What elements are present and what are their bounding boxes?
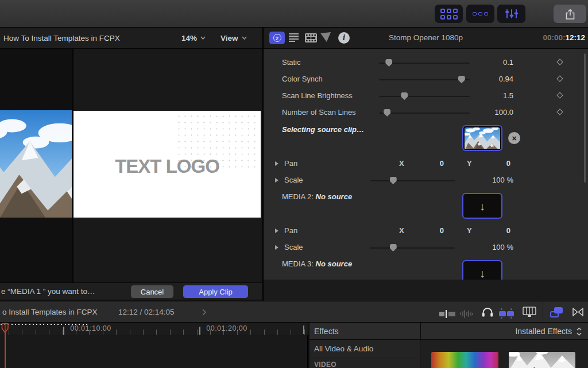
keyframe-icon[interactable] [556,109,563,115]
parameter-value[interactable]: 100.0 [453,108,513,117]
inspector-panel: Waviness 10.0 Static 0.1 Color Synch 0.9… [263,49,588,280]
slider-thumb[interactable] [390,244,397,251]
y-axis-label: Y [467,226,472,235]
parameter-value: 10.0 [453,49,513,50]
media3-drop-well[interactable]: ↓ [462,260,502,280]
scale-value[interactable]: 100 % [467,176,513,184]
timeline-scrollbar[interactable] [303,326,304,334]
timeline-index-button[interactable] [466,5,494,23]
media2-label: MEDIA 2: No source [282,192,352,201]
pan-y-value[interactable]: 0 [483,159,510,168]
effects-divider [420,323,421,340]
slider-thumb[interactable] [384,109,390,117]
slider-track[interactable] [370,247,455,249]
video-frame[interactable]: TEXT LOGO [74,111,261,218]
slider-track[interactable] [370,180,455,181]
solo-headphones-icon[interactable] [481,307,494,317]
slider-thumb[interactable] [385,59,392,67]
view-menu[interactable]: View [220,34,247,42]
parameter-value[interactable]: 1.5 [453,91,513,100]
disclosure-triangle-icon[interactable] [275,245,278,250]
pan-x-value[interactable]: 0 [416,226,444,235]
browser-view-button[interactable] [435,5,463,23]
pan-x-value[interactable]: 0 [416,159,444,168]
effect-thumbnail-bw[interactable] [509,352,575,368]
slider-thumb[interactable] [401,92,408,100]
selecting-source-label: Selecting source clip… [282,125,364,134]
slider-thumb[interactable] [390,177,397,184]
x-axis-label: X [399,159,404,168]
media1-thumbnail [465,127,500,149]
inspector-clip-title: Stomp Opener 1080p [264,33,588,42]
selecting-source-row: Selecting source clip… [264,124,588,137]
keyframe-icon[interactable] [556,75,563,82]
effects-title: Effects [314,327,339,336]
disclosure-triangle-icon[interactable] [275,178,278,183]
sidebar-item-all-video-audio[interactable]: All Video & Audio [314,344,373,353]
snapping-icon[interactable] [498,308,515,319]
parameter-label: Static [282,58,301,67]
down-arrow-icon: ↓ [479,268,485,279]
browser-clip-filmstrip[interactable] [0,110,72,218]
inspector-sliders-icon [505,8,519,20]
parameter-row-number-of-scan-lines: Number of Scan Lines 100.0 [264,107,588,119]
clear-source-button[interactable]: × [508,132,520,144]
range-selection-dots [1,324,88,325]
media2-row: MEDIA 2: No source [264,191,588,204]
keyframe-icon[interactable] [556,92,563,98]
timeline-ruler[interactable]: 00:01:10:00 00:01:20:00 [0,323,308,335]
viewer-canvas-area: TEXT LOGO [0,49,263,282]
inspector-toggle-button[interactable] [497,5,525,23]
parameter-value[interactable]: 0.1 [453,58,513,67]
parameter-label: Number of Scan Lines [282,108,356,117]
parameter-row-color-synch: Color Synch 0.94 [264,73,588,86]
timeline-area: 00:01:10:00 00:01:20:00 [0,323,308,368]
ruler-major-tick [199,327,200,335]
media2-drop-well[interactable]: ↓ [462,193,502,219]
playhead-marker[interactable] [1,323,9,334]
zoom-level-menu[interactable]: 14% [181,34,206,42]
share-button[interactable] [554,5,586,23]
chevron-right-icon[interactable] [202,309,207,316]
sidebar-separator [310,358,420,358]
up-down-chevron-icon[interactable] [576,327,582,336]
disclosure-triangle-icon[interactable] [275,161,278,166]
top-toolbar [0,0,588,28]
transitions-browser-icon[interactable] [572,307,584,317]
parameter-label: Waviness [282,49,314,50]
effect-thumbnail-color[interactable] [431,352,498,368]
effects-browser-icon[interactable] [550,307,564,317]
scale-value[interactable]: 100 % [467,243,513,251]
timeline-project-name[interactable]: o Install Templates in FCPX [2,308,98,316]
scale-row: Scale 100 % [264,175,588,187]
ruler-ticks [0,330,308,335]
scale-label: Scale [284,176,303,184]
ruler-major-tick [63,327,64,335]
inspector-scrollbar[interactable] [584,53,586,183]
viewer-project-title: How To Install Templates in FCPX [3,34,120,42]
pan-y-value[interactable]: 0 [483,226,510,235]
effects-sidebar: All Video & Audio VIDEO [310,340,420,368]
disclosure-triangle-icon[interactable] [275,228,278,233]
timeline-index-icon [473,12,489,16]
media1-source-well[interactable] [462,125,502,151]
effects-header: Effects Installed Effects [310,323,588,340]
apply-clip-button[interactable]: Apply Clip [183,285,248,298]
audio-skimming-icon[interactable] [460,309,473,319]
canvas-title-text: TEXT LOGO [74,156,261,177]
parameter-label: Color Synch [282,75,323,83]
ruler-label: 00:01:20:00 [206,324,247,332]
pan-row: Pan X 0 Y 0 [264,225,588,238]
chevron-down-icon [200,36,206,40]
timeline-timecode: 12:12 / 02:14:05 [118,308,175,316]
y-axis-label: Y [467,159,472,168]
parameter-value[interactable]: 0.94 [453,75,513,83]
viewer-title-bar: How To Install Templates in FCPX 14% Vie… [0,28,263,49]
parameter-label: Scan Line Brightness [282,91,353,100]
cancel-button[interactable]: Cancel [131,285,173,298]
clip-appearance-icon[interactable] [523,307,536,317]
keyframe-icon[interactable] [556,59,563,65]
installed-effects-filter[interactable]: Installed Effects [515,327,572,336]
toolbar-divider [543,301,543,323]
trim-icon[interactable] [439,310,455,318]
